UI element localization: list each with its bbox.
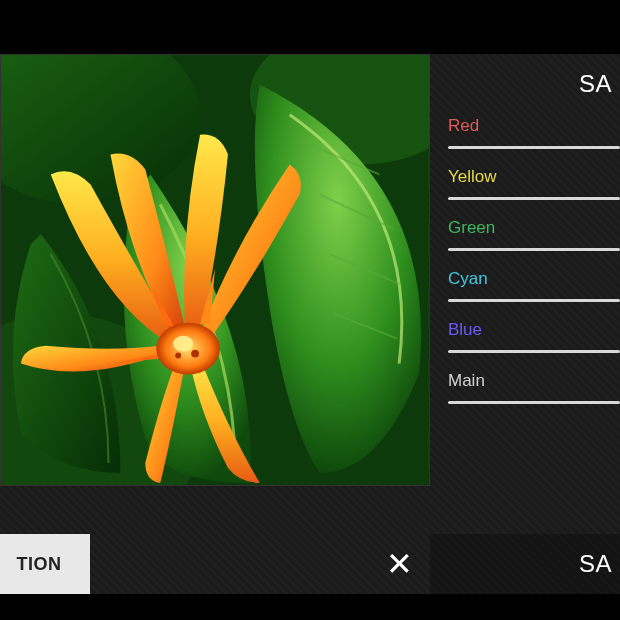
close-button[interactable]: ✕ bbox=[368, 534, 430, 594]
preview-pane: TION ✕ bbox=[0, 54, 430, 594]
slider-label-main: Main bbox=[448, 371, 620, 391]
slider-label-yellow: Yellow bbox=[448, 167, 620, 187]
slider-red: Red bbox=[448, 116, 620, 149]
svg-point-5 bbox=[173, 336, 193, 352]
mode-tab-saturation[interactable]: TION bbox=[0, 534, 90, 594]
slider-track-yellow[interactable] bbox=[448, 197, 620, 200]
slider-label-blue: Blue bbox=[448, 320, 620, 340]
controls-header: SA bbox=[430, 54, 620, 114]
slider-list: Red Yellow Green Cyan Blue Main bbox=[430, 114, 620, 534]
svg-point-6 bbox=[191, 350, 199, 358]
slider-label-cyan: Cyan bbox=[448, 269, 620, 289]
flower-photo bbox=[1, 55, 429, 485]
controls-footer[interactable]: SA bbox=[430, 534, 620, 594]
slider-blue: Blue bbox=[448, 320, 620, 353]
panel-title: SA bbox=[579, 70, 612, 98]
slider-main: Main bbox=[448, 371, 620, 404]
preview-image[interactable] bbox=[0, 54, 430, 486]
bottom-spacer bbox=[90, 534, 368, 594]
slider-track-main[interactable] bbox=[448, 401, 620, 404]
slider-label-green: Green bbox=[448, 218, 620, 238]
slider-track-green[interactable] bbox=[448, 248, 620, 251]
controls-pane: SA Red Yellow Green Cyan Blue bbox=[430, 54, 620, 594]
slider-cyan: Cyan bbox=[448, 269, 620, 302]
svg-point-7 bbox=[175, 353, 181, 359]
mode-tab-label: TION bbox=[17, 554, 62, 575]
slider-label-red: Red bbox=[448, 116, 620, 136]
footer-label: SA bbox=[579, 550, 612, 578]
bottom-bar: TION ✕ bbox=[0, 534, 430, 594]
slider-green: Green bbox=[448, 218, 620, 251]
slider-track-red[interactable] bbox=[448, 146, 620, 149]
slider-track-blue[interactable] bbox=[448, 350, 620, 353]
slider-yellow: Yellow bbox=[448, 167, 620, 200]
close-icon: ✕ bbox=[386, 545, 413, 583]
editor-app: TION ✕ SA Red Yellow Green bbox=[0, 54, 620, 594]
slider-track-cyan[interactable] bbox=[448, 299, 620, 302]
